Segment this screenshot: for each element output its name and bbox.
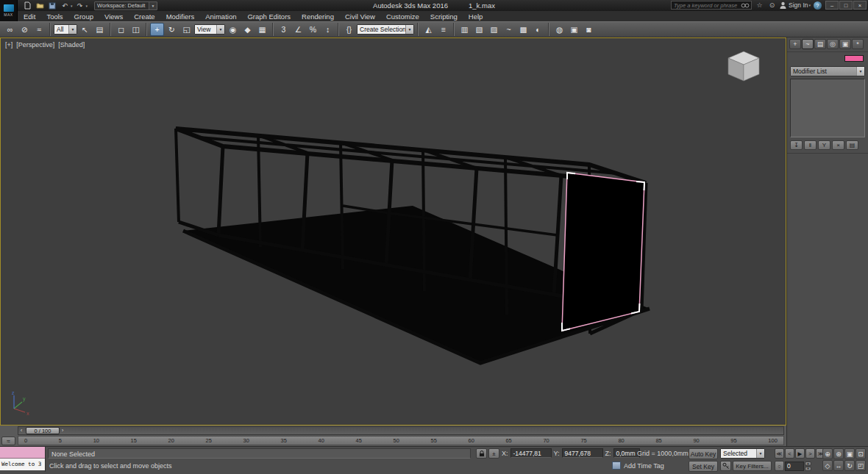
viewport-canvas[interactable]: [+] [Perspective] [Shaded]	[0, 37, 786, 425]
selection-filter-dropdown[interactable]: All▼	[54, 24, 77, 35]
timeline-ruler[interactable]: 0510152025303540455055606570758085909510…	[18, 436, 784, 445]
time-slider-track[interactable]: ‹ 0 / 100 ›	[18, 426, 784, 435]
align-button[interactable]: ≡	[436, 23, 450, 36]
zoom-all-button[interactable]: ⊛	[833, 448, 844, 459]
add-time-tag[interactable]: Add Time Tag	[612, 462, 664, 470]
toggle-scene-explorer-button[interactable]: ▥	[458, 23, 472, 36]
y-coordinate-field[interactable]: 9477,678	[562, 448, 603, 458]
maxscript-mini-listener[interactable]: Welcome to 3	[0, 447, 46, 472]
keyboard-shortcut-override-button[interactable]: ▦	[255, 23, 269, 36]
new-scene-button[interactable]	[22, 1, 32, 10]
redo-dropdown-arrow[interactable]: ▾	[86, 4, 88, 8]
field-of-view-button[interactable]: ◇	[822, 460, 833, 471]
menu-rendering[interactable]: Rendering	[302, 12, 334, 21]
viewport-menu-general[interactable]: [+]	[5, 41, 13, 49]
menu-customize[interactable]: Customize	[386, 12, 419, 21]
zoom-button[interactable]: ⊕	[822, 448, 833, 459]
menu-views[interactable]: Views	[104, 12, 123, 21]
menu-animation[interactable]: Animation	[205, 12, 236, 21]
help-button[interactable]: ?	[814, 1, 822, 10]
edit-named-selection-sets-button[interactable]: {}	[342, 23, 356, 36]
go-to-start-button[interactable]: ≪	[775, 448, 784, 459]
rectangular-selection-region-button[interactable]: ◻	[114, 23, 128, 36]
snaps-toggle-3d-button[interactable]: 3	[277, 23, 291, 36]
rendered-frame-window-button[interactable]: ▣	[567, 23, 581, 36]
maximize-button[interactable]: □	[839, 1, 853, 10]
hierarchy-tab[interactable]: ▤	[814, 39, 826, 49]
redo-button[interactable]: ↷	[75, 1, 85, 10]
select-object-button[interactable]: ↖	[78, 23, 92, 36]
material-editor-button[interactable]: ◐	[531, 23, 545, 36]
toggle-layer-explorer-button[interactable]: ▧	[472, 23, 486, 36]
viewport-menu-pov[interactable]: [Perspective]	[16, 41, 54, 49]
viewport-menu-shading[interactable]: [Shaded]	[58, 41, 85, 49]
previous-frame-button[interactable]: <	[785, 448, 794, 459]
set-key-button[interactable]: Set Key	[689, 461, 718, 472]
orbit-button[interactable]: ↻	[844, 460, 855, 471]
modifier-list-dropdown[interactable]: Modifier List ▼	[790, 66, 865, 76]
listener-pane[interactable]: Welcome to 3	[0, 459, 45, 470]
menu-civil-view[interactable]: Civil View	[345, 12, 375, 21]
modifier-stack-list[interactable]	[790, 79, 865, 137]
unlink-selection-button[interactable]: ⊘	[18, 23, 32, 36]
schematic-view-button[interactable]: ▩	[516, 23, 530, 36]
time-slider-next-arrow[interactable]: ›	[60, 427, 65, 434]
open-mini-curve-editor-button[interactable]: ≈	[1, 437, 15, 445]
render-setup-button[interactable]: ◍	[552, 23, 566, 36]
use-pivot-point-center-button[interactable]: ◉	[226, 23, 240, 36]
show-end-result-button[interactable]: ‖	[804, 140, 817, 150]
absolute-offset-mode-toggle[interactable]: ±	[488, 448, 499, 459]
menu-modifiers[interactable]: Modifiers	[166, 12, 195, 21]
application-menu-button[interactable]: MAX	[0, 0, 18, 21]
frame-spinner-up[interactable]: ▲	[805, 462, 811, 466]
key-filters-button[interactable]: Key Filters...	[733, 461, 772, 471]
key-mode-toggle[interactable]: ○	[775, 461, 784, 471]
selection-lock-toggle[interactable]	[476, 448, 487, 459]
pan-view-button[interactable]: ↔	[833, 460, 844, 471]
select-and-rotate-button[interactable]: ↻	[165, 23, 179, 36]
search-icon[interactable]	[741, 2, 750, 9]
angle-snap-toggle-button[interactable]: ∠	[291, 23, 305, 36]
pin-stack-button[interactable]: ↧	[790, 140, 803, 150]
z-coordinate-field[interactable]: 0,0mm	[613, 448, 640, 458]
toggle-ribbon-button[interactable]: ▨	[487, 23, 501, 36]
menu-edit[interactable]: Edit	[24, 12, 35, 21]
menu-tools[interactable]: Tools	[46, 12, 63, 21]
save-file-button[interactable]	[47, 1, 57, 10]
set-key-mode-button[interactable]	[720, 461, 731, 471]
configure-modifier-sets-button[interactable]: ▤	[846, 140, 858, 150]
current-frame-field[interactable]	[785, 462, 804, 471]
select-and-manipulate-button[interactable]: ◆	[241, 23, 255, 36]
close-button[interactable]: ×	[853, 1, 867, 10]
x-coordinate-field[interactable]: -14477,81	[511, 448, 552, 458]
sign-in-button[interactable]: Sign In ▾	[780, 1, 811, 9]
favorites-button[interactable]: ☆	[755, 1, 764, 10]
menu-scripting[interactable]: Scripting	[430, 12, 458, 21]
motion-tab[interactable]: ◎	[827, 39, 839, 49]
selected-wall-panel[interactable]	[562, 173, 644, 331]
auto-key-button[interactable]: Auto Key	[689, 448, 718, 459]
menu-graph-editors[interactable]: Graph Editors	[247, 12, 291, 21]
modify-tab[interactable]: ~	[802, 39, 814, 49]
macro-recorder-pane[interactable]	[0, 447, 45, 459]
frame-spinner-down[interactable]: ▼	[805, 467, 811, 471]
display-tab[interactable]: ▣	[839, 39, 851, 49]
curve-editor-button[interactable]: ~	[502, 23, 516, 36]
select-and-move-button[interactable]: +	[150, 23, 164, 36]
minimize-button[interactable]: –	[825, 1, 839, 10]
create-tab[interactable]: +	[789, 39, 801, 49]
time-slider-prev-arrow[interactable]: ‹	[18, 427, 24, 434]
percent-snap-toggle-button[interactable]: %	[306, 23, 320, 36]
named-selection-sets-dropdown[interactable]: Create Selection Se▼	[357, 24, 414, 35]
remove-modifier-button[interactable]: ×	[832, 140, 844, 150]
menu-create[interactable]: Create	[134, 12, 155, 21]
communication-center-button[interactable]: ⊙	[767, 1, 777, 10]
reference-coordinate-system-dropdown[interactable]: View▼	[194, 24, 225, 35]
window-crossing-toggle-button[interactable]: ◫	[129, 23, 143, 36]
select-and-scale-button[interactable]: ◱	[179, 23, 193, 36]
workspace-dropdown[interactable]: Workspace: Default ▼	[94, 1, 157, 10]
selection-set-dropdown[interactable]: Selected ▼	[720, 448, 765, 459]
mirror-button[interactable]: ◭	[421, 23, 435, 36]
undo-dropdown-arrow[interactable]: ▾	[71, 4, 73, 8]
zoom-extents-button[interactable]: ▣	[844, 448, 855, 459]
